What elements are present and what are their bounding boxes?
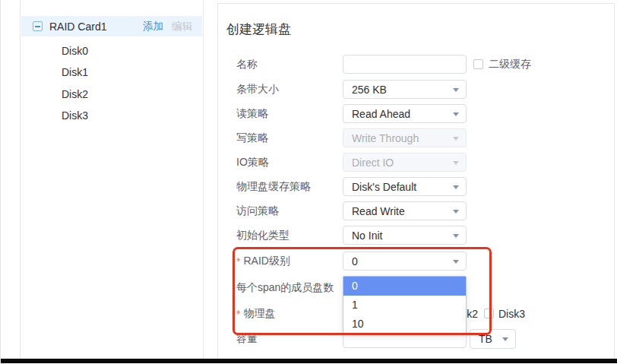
field-label: 写策略: [236, 131, 343, 145]
field-label: 容量: [236, 332, 343, 346]
caret-down-icon: [502, 337, 508, 341]
name-input[interactable]: [343, 55, 467, 74]
field-label: * 物理盘: [236, 307, 343, 321]
select-value: TB: [479, 333, 492, 345]
raid-level-dropdown: 0 1 10: [343, 276, 467, 334]
caret-down-icon: [453, 260, 459, 264]
caret-down-icon: [453, 185, 459, 189]
add-link[interactable]: 添加: [143, 20, 163, 33]
field-label: 物理盘缓存策略: [236, 180, 343, 194]
tree-actions: 添加 编辑: [143, 20, 192, 33]
bottom-rule: [1, 359, 617, 363]
tree-item-label: Disk0: [62, 45, 88, 57]
physical-disk-option-disk3: Disk3: [484, 308, 531, 320]
disk-cache-policy-select[interactable]: Disk's Default: [343, 177, 467, 196]
stripe-size-select[interactable]: 256 KB: [343, 80, 467, 99]
select-value: 0: [352, 255, 358, 267]
tree-item-label: Disk1: [62, 66, 88, 78]
dropdown-option-1[interactable]: 1: [343, 296, 466, 315]
form-row-io-policy: IO策略 Direct IO: [236, 153, 467, 172]
dropdown-option-10[interactable]: 10: [343, 315, 466, 334]
form-row-access-policy: 访问策略 Read Write: [236, 201, 467, 220]
page-title: 创建逻辑盘: [226, 21, 291, 38]
access-policy-select[interactable]: Read Write: [343, 201, 467, 220]
tree-item-disk0[interactable]: Disk0: [21, 40, 203, 62]
edit-link[interactable]: 编辑: [172, 20, 192, 33]
screenshot-root: RAID Card1 添加 编辑 Disk0 Disk1 Disk2 Disk3…: [0, 0, 617, 364]
disk3-checkbox[interactable]: [484, 309, 494, 318]
secondary-cache-label: 二级缓存: [489, 58, 531, 71]
field-label: 读策略: [236, 107, 343, 121]
checkbox-label: Disk3: [498, 308, 525, 320]
raid-level-select[interactable]: 0: [343, 252, 467, 271]
secondary-cache-checkbox[interactable]: [473, 59, 483, 69]
form-row-init-type: 初始化类型 No Init: [236, 226, 467, 245]
io-policy-select[interactable]: Direct IO: [343, 153, 467, 172]
field-label: 名称: [236, 58, 343, 71]
form-row-stripe-size: 条带大小 256 KB: [236, 80, 467, 99]
tree-item-label: Disk3: [62, 109, 88, 122]
select-value: Write Through: [352, 132, 419, 144]
select-value: Read Write: [352, 205, 405, 217]
tree-item-disk2[interactable]: Disk2: [21, 84, 203, 105]
read-policy-select[interactable]: Read Ahead: [343, 104, 467, 123]
form-row-write-policy: 写策略 Write Through: [236, 128, 467, 147]
field-label: 每个span的成员盘数: [236, 281, 343, 295]
write-policy-select[interactable]: Write Through: [343, 128, 467, 147]
capacity-unit-select[interactable]: TB: [470, 329, 516, 349]
required-marker: *: [236, 308, 240, 320]
caret-down-icon: [453, 112, 459, 116]
init-type-select[interactable]: No Init: [343, 226, 467, 245]
required-marker: *: [236, 255, 240, 267]
select-value: Disk's Default: [352, 181, 416, 193]
field-label: IO策略: [236, 156, 343, 169]
caret-down-icon: [453, 234, 459, 238]
field-label: 初始化类型: [236, 229, 343, 242]
tree-item-label: Disk2: [62, 88, 88, 100]
caret-down-icon: [453, 161, 459, 165]
dropdown-option-0[interactable]: 0: [343, 277, 466, 296]
caret-down-icon: [453, 88, 459, 92]
field-label: 访问策略: [236, 204, 343, 218]
tree-item-disk3[interactable]: Disk3: [21, 105, 203, 126]
caret-down-icon: [453, 137, 459, 141]
caret-down-icon: [453, 210, 459, 214]
form-row-read-policy: 读策略 Read Ahead: [236, 104, 467, 123]
field-label: 条带大小: [236, 83, 343, 97]
form-row-name: 名称 二级缓存: [236, 55, 531, 74]
field-label-text: 物理盘: [243, 307, 275, 321]
field-label-text: RAID级别: [243, 255, 290, 268]
select-value: Direct IO: [352, 157, 394, 169]
field-label: * RAID级别: [236, 255, 343, 268]
tree-item-disk1[interactable]: Disk1: [21, 62, 203, 83]
select-value: No Init: [352, 229, 382, 242]
tree-node-label: RAID Card1: [49, 21, 106, 33]
raid-tree-panel: RAID Card1 添加 编辑 Disk0 Disk1 Disk2 Disk3: [20, 0, 204, 359]
form-row-disk-cache-policy: 物理盘缓存策略 Disk's Default: [236, 177, 467, 196]
collapse-minus-icon[interactable]: [33, 21, 43, 31]
select-value: Read Ahead: [352, 108, 410, 120]
tree-node-raid-card1[interactable]: RAID Card1 添加 编辑: [21, 16, 202, 36]
form-row-raid-level: * RAID级别 0: [236, 252, 467, 271]
select-value: 256 KB: [352, 84, 387, 96]
